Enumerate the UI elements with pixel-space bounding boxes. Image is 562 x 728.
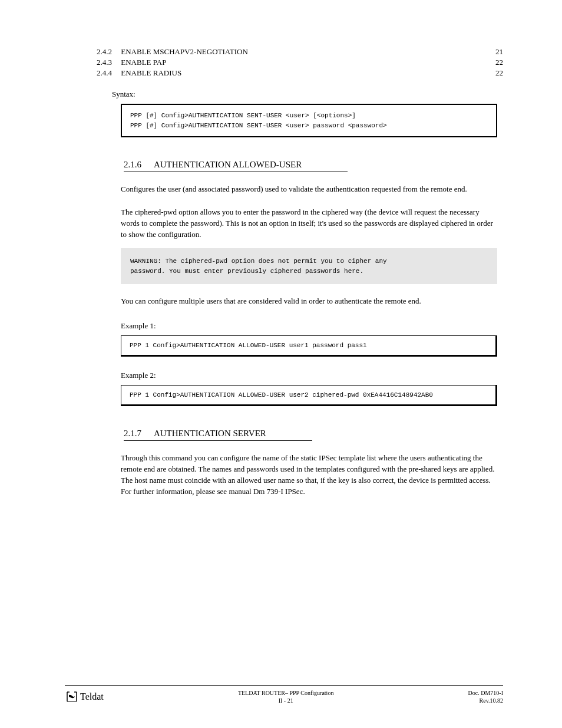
warning-line: WARNING: The ciphered-pwd option does no… bbox=[130, 256, 488, 266]
footer-page-number: II - 21 bbox=[104, 697, 468, 704]
footer-doc-id: Doc. DM710-I bbox=[468, 689, 503, 697]
paragraph: Configures the user (and associated pass… bbox=[121, 184, 497, 195]
example-code-block: PPP 1 Config>AUTHENTICATION ALLOWED-USER… bbox=[121, 385, 497, 406]
brand-logo: Teldat bbox=[65, 691, 104, 703]
toc-text: ENABLE PAP bbox=[121, 58, 166, 67]
example-label: Example 1: bbox=[121, 321, 503, 331]
example-label: Example 2: bbox=[121, 371, 503, 380]
paragraph: Through this command you can configure t… bbox=[121, 453, 497, 497]
footer-right: Doc. DM710-I Rev.10.82 bbox=[468, 689, 503, 704]
subsection-num: 2.1.7 bbox=[124, 429, 141, 438]
toc-entry: 2.4.4 ENABLE RADIUS 22 bbox=[77, 68, 503, 78]
toc-entry: 2.4.3 ENABLE PAP 22 bbox=[77, 58, 503, 67]
code-line: PPP [#] Config>AUTHENTICATION SENT-USER … bbox=[130, 121, 488, 131]
toc-text: ENABLE RADIUS bbox=[121, 68, 181, 77]
brand-text: Teldat bbox=[80, 691, 104, 702]
toc-text: ENABLE MSCHAPV2-NEGOTIATION bbox=[121, 47, 248, 56]
example-code-block: PPP 1 Config>AUTHENTICATION ALLOWED-USER… bbox=[121, 335, 497, 357]
subsection-title: AUTHENTICATION ALLOWED-USER bbox=[154, 160, 302, 169]
code-line: PPP 1 Config>AUTHENTICATION ALLOWED-USER… bbox=[130, 391, 433, 398]
toc-num: 2.4.4 bbox=[77, 68, 112, 78]
syntax-label: Syntax: bbox=[112, 90, 503, 99]
footer-center: TELDAT ROUTER– PPP Configuration II - 21 bbox=[104, 689, 468, 704]
toc-page: 21 bbox=[495, 47, 503, 57]
subsection-title: AUTHENTICATION SERVER bbox=[154, 429, 266, 438]
footer-revision: Rev.10.82 bbox=[468, 697, 503, 704]
toc-entry: 2.4.2 ENABLE MSCHAPV2-NEGOTIATION 21 bbox=[77, 47, 503, 57]
subsection-heading-server: 2.1.7 AUTHENTICATION SERVER bbox=[124, 429, 312, 441]
footer-doc-title: TELDAT ROUTER– PPP Configuration bbox=[104, 689, 468, 697]
warning-box: WARNING: The ciphered-pwd option does no… bbox=[121, 248, 497, 284]
paragraph: The ciphered-pwd option allows you to en… bbox=[121, 207, 497, 241]
subsection-num: 2.1.6 bbox=[124, 160, 141, 169]
code-line: PPP 1 Config>AUTHENTICATION ALLOWED-USER… bbox=[130, 342, 367, 349]
toc-page: 22 bbox=[495, 58, 503, 67]
toc-num: 2.4.2 bbox=[77, 47, 112, 57]
toc-num: 2.4.3 bbox=[77, 58, 112, 67]
toc-page: 22 bbox=[495, 68, 503, 78]
paragraph: You can configure multiple users that ar… bbox=[121, 296, 497, 307]
code-line: PPP [#] Config>AUTHENTICATION SENT-USER … bbox=[130, 111, 488, 121]
page-footer: Teldat TELDAT ROUTER– PPP Configuration … bbox=[65, 685, 503, 704]
warning-line: password. You must enter previously ciph… bbox=[130, 266, 488, 276]
subsection-heading-allowed-user: 2.1.6 AUTHENTICATION ALLOWED-USER bbox=[124, 160, 348, 172]
bird-icon bbox=[65, 691, 79, 703]
syntax-code-block: PPP [#] Config>AUTHENTICATION SENT-USER … bbox=[121, 104, 497, 137]
